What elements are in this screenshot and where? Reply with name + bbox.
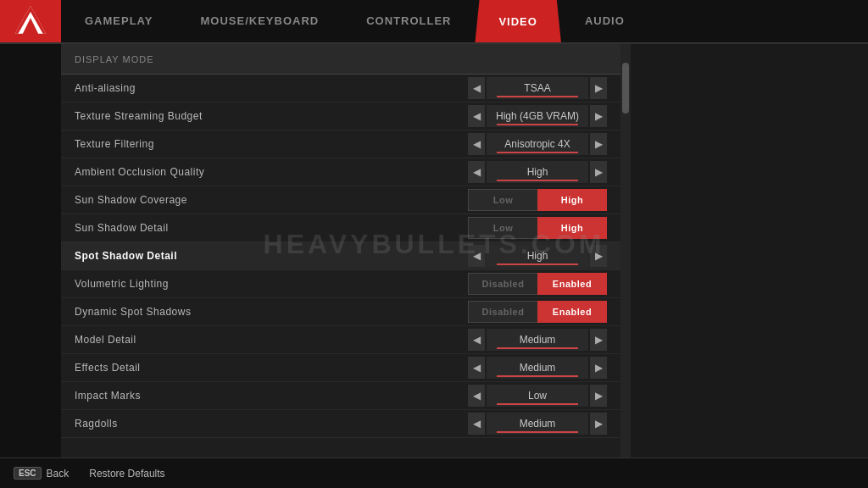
arrow-left-texture-streaming[interactable]: ◀ — [468, 105, 485, 127]
setting-row-impact-marks: Impact Marks◀Low▶ — [61, 382, 620, 410]
setting-control-texture-streaming: ◀High (4GB VRAM)▶ — [468, 105, 607, 127]
setting-label-sun-shadow-coverage: Sun Shadow Coverage — [75, 194, 468, 206]
toggle-option-sun-shadow-detail-0[interactable]: Low — [468, 217, 537, 239]
value-ragdolls: Medium — [487, 413, 588, 435]
setting-row-spot-shadow-detail: Spot Shadow Detail◀High▶ — [61, 242, 620, 270]
header-label: DISPLAY MODE — [75, 54, 154, 64]
arrow-right-anti-aliasing[interactable]: ▶ — [590, 77, 607, 99]
setting-control-ragdolls: ◀Medium▶ — [468, 413, 607, 435]
value-model-detail: Medium — [487, 329, 588, 351]
nav-tabs: GAMEPLAY MOUSE/KEYBOARD CONTROLLER VIDEO… — [61, 0, 868, 42]
toggle-dynamic-spot-shadows: DisabledEnabled — [468, 301, 607, 323]
back-button[interactable]: ESC Back — [14, 467, 69, 480]
toggle-volumetric-lighting: DisabledEnabled — [468, 273, 607, 295]
setting-label-anti-aliasing: Anti-aliasing — [75, 82, 468, 94]
tab-audio[interactable]: AUDIO — [561, 0, 648, 42]
toggle-option-sun-shadow-coverage-1[interactable]: High — [537, 189, 607, 211]
setting-label-sun-shadow-detail: Sun Shadow Detail — [75, 222, 468, 234]
arrow-left-impact-marks[interactable]: ◀ — [468, 385, 485, 407]
setting-control-volumetric-lighting: DisabledEnabled — [468, 273, 607, 295]
setting-row-dynamic-spot-shadows: Dynamic Spot ShadowsDisabledEnabled — [61, 298, 620, 326]
setting-label-ambient-occlusion: Ambient Occlusion Quality — [75, 166, 468, 178]
settings-rows: Anti-aliasing◀TSAA▶Texture Streaming Bud… — [61, 75, 620, 438]
bottom-bar: ESC Back Restore Defaults — [0, 458, 868, 488]
setting-control-sun-shadow-coverage: LowHigh — [468, 189, 607, 211]
settings-list: DISPLAY MODE Anti-aliasing◀TSAA▶Texture … — [61, 44, 620, 488]
right-panel — [631, 44, 868, 488]
arrow-left-anti-aliasing[interactable]: ◀ — [468, 77, 485, 99]
setting-control-anti-aliasing: ◀TSAA▶ — [468, 77, 607, 99]
arrow-left-texture-filtering[interactable]: ◀ — [468, 133, 485, 155]
toggle-option-volumetric-lighting-1[interactable]: Enabled — [537, 273, 607, 295]
setting-row-texture-filtering: Texture Filtering◀Anisotropic 4X▶ — [61, 130, 620, 158]
toggle-option-dynamic-spot-shadows-1[interactable]: Enabled — [537, 301, 607, 323]
setting-label-texture-streaming: Texture Streaming Budget — [75, 110, 468, 122]
settings-panel: DISPLAY MODE Anti-aliasing◀TSAA▶Texture … — [61, 44, 868, 488]
arrow-right-texture-streaming[interactable]: ▶ — [590, 105, 607, 127]
setting-control-texture-filtering: ◀Anisotropic 4X▶ — [468, 133, 607, 155]
toggle-option-dynamic-spot-shadows-0[interactable]: Disabled — [468, 301, 537, 323]
value-texture-streaming: High (4GB VRAM) — [487, 105, 588, 127]
toggle-option-sun-shadow-detail-1[interactable]: High — [537, 217, 607, 239]
value-texture-filtering: Anisotropic 4X — [487, 133, 588, 155]
value-impact-marks: Low — [487, 385, 588, 407]
setting-control-effects-detail: ◀Medium▶ — [468, 357, 607, 379]
scrollbar[interactable] — [620, 44, 631, 488]
arrow-right-texture-filtering[interactable]: ▶ — [590, 133, 607, 155]
setting-label-spot-shadow-detail: Spot Shadow Detail — [75, 250, 468, 262]
setting-row-volumetric-lighting: Volumetric LightingDisabledEnabled — [61, 270, 620, 298]
toggle-sun-shadow-coverage: LowHigh — [468, 189, 607, 211]
arrow-left-ragdolls[interactable]: ◀ — [468, 413, 485, 435]
setting-row-ragdolls: Ragdolls◀Medium▶ — [61, 410, 620, 438]
back-label: Back — [47, 468, 70, 480]
setting-row-anti-aliasing: Anti-aliasing◀TSAA▶ — [61, 75, 620, 103]
setting-row-sun-shadow-coverage: Sun Shadow CoverageLowHigh — [61, 186, 620, 214]
arrow-right-effects-detail[interactable]: ▶ — [590, 357, 607, 379]
apex-logo — [0, 0, 61, 42]
svg-marker-1 — [15, 6, 47, 34]
arrow-right-ragdolls[interactable]: ▶ — [590, 413, 607, 435]
tab-gameplay[interactable]: GAMEPLAY — [61, 0, 176, 42]
tab-controller[interactable]: CONTROLLER — [342, 0, 475, 42]
setting-label-volumetric-lighting: Volumetric Lighting — [75, 278, 468, 290]
arrow-right-ambient-occlusion[interactable]: ▶ — [590, 161, 607, 183]
arrow-right-model-detail[interactable]: ▶ — [590, 329, 607, 351]
setting-row-sun-shadow-detail: Sun Shadow DetailLowHigh — [61, 214, 620, 242]
setting-row-ambient-occlusion: Ambient Occlusion Quality◀High▶ — [61, 158, 620, 186]
top-nav: GAMEPLAY MOUSE/KEYBOARD CONTROLLER VIDEO… — [0, 0, 868, 44]
setting-control-model-detail: ◀Medium▶ — [468, 329, 607, 351]
setting-control-impact-marks: ◀Low▶ — [468, 385, 607, 407]
arrow-left-model-detail[interactable]: ◀ — [468, 329, 485, 351]
toggle-option-sun-shadow-coverage-0[interactable]: Low — [468, 189, 537, 211]
setting-row-effects-detail: Effects Detail◀Medium▶ — [61, 354, 620, 382]
settings-header: DISPLAY MODE — [61, 44, 620, 75]
setting-row-model-detail: Model Detail◀Medium▶ — [61, 326, 620, 354]
scrollbar-thumb[interactable] — [622, 63, 629, 114]
value-ambient-occlusion: High — [487, 161, 588, 183]
value-spot-shadow-detail: High — [487, 245, 588, 267]
arrow-left-spot-shadow-detail[interactable]: ◀ — [468, 245, 485, 267]
value-anti-aliasing: TSAA — [487, 77, 588, 99]
arrow-right-impact-marks[interactable]: ▶ — [590, 385, 607, 407]
arrow-left-ambient-occlusion[interactable]: ◀ — [468, 161, 485, 183]
setting-control-spot-shadow-detail: ◀High▶ — [468, 245, 607, 267]
setting-label-dynamic-spot-shadows: Dynamic Spot Shadows — [75, 306, 468, 318]
setting-control-ambient-occlusion: ◀High▶ — [468, 161, 607, 183]
tab-video[interactable]: VIDEO — [475, 0, 560, 42]
toggle-option-volumetric-lighting-0[interactable]: Disabled — [468, 273, 537, 295]
setting-row-texture-streaming: Texture Streaming Budget◀High (4GB VRAM)… — [61, 103, 620, 130]
arrow-left-effects-detail[interactable]: ◀ — [468, 357, 485, 379]
tab-mouse-keyboard[interactable]: MOUSE/KEYBOARD — [176, 0, 342, 42]
setting-label-effects-detail: Effects Detail — [75, 362, 468, 374]
restore-label: Restore Defaults — [89, 468, 164, 480]
setting-label-texture-filtering: Texture Filtering — [75, 138, 468, 150]
value-effects-detail: Medium — [487, 357, 588, 379]
setting-control-dynamic-spot-shadows: DisabledEnabled — [468, 301, 607, 323]
restore-defaults-button[interactable]: Restore Defaults — [89, 468, 164, 480]
esc-key: ESC — [14, 467, 42, 480]
arrow-right-spot-shadow-detail[interactable]: ▶ — [590, 245, 607, 267]
sidebar — [0, 44, 61, 488]
setting-label-model-detail: Model Detail — [75, 334, 468, 346]
main-area: DISPLAY MODE Anti-aliasing◀TSAA▶Texture … — [0, 44, 868, 488]
setting-label-impact-marks: Impact Marks — [75, 390, 468, 402]
